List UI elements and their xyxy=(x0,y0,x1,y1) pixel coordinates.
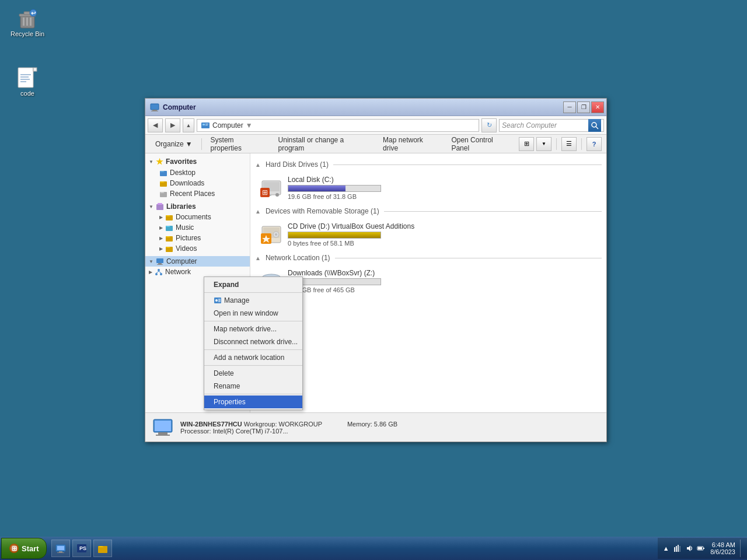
manage-icon xyxy=(214,296,222,304)
tray-network-icon[interactable] xyxy=(673,544,682,553)
svg-rect-79 xyxy=(679,546,680,552)
downloads-folder-icon xyxy=(159,179,167,187)
taskbar-quick-launch: PS xyxy=(47,540,117,557)
svg-point-22 xyxy=(592,123,596,127)
restore-button[interactable]: ❐ xyxy=(577,102,590,113)
hard-disk-section-title: Hard Disk Drives (1) xyxy=(266,160,329,169)
menu-item-map-network[interactable]: Map network drive... xyxy=(204,323,302,335)
map-network-button[interactable]: Map network drive xyxy=(378,137,445,151)
menu-item-expand[interactable]: Expand xyxy=(204,278,302,291)
svg-rect-2 xyxy=(26,18,28,26)
sidebar-item-network[interactable]: ▶ Network xyxy=(145,267,250,277)
svg-point-37 xyxy=(155,273,158,275)
system-tray: ▲ 6:48 AM 8/6/2023 xyxy=(658,538,747,559)
svg-rect-82 xyxy=(698,547,702,550)
recycle-bin-icon[interactable]: ↩ Recycle Bin xyxy=(7,5,48,40)
tray-battery-icon[interactable] xyxy=(696,544,706,553)
sidebar-item-computer[interactable]: ▼ Computer xyxy=(145,256,250,267)
search-field[interactable]: Search Computer xyxy=(499,119,604,132)
menu-item-disconnect-network[interactable]: Disconnect network drive... xyxy=(204,335,302,348)
search-go-button[interactable] xyxy=(588,119,601,132)
sidebar-item-desktop[interactable]: Desktop xyxy=(155,167,250,178)
pictures-icon xyxy=(165,234,173,242)
svg-rect-33 xyxy=(156,258,163,263)
cd-drive-icon xyxy=(260,223,283,246)
favorites-header[interactable]: ▼ ★ Favorites xyxy=(145,156,250,167)
libraries-icon xyxy=(156,202,164,211)
sidebar-item-recent[interactable]: Recent Places xyxy=(155,188,250,199)
sidebar-item-music[interactable]: ▶ Music xyxy=(155,222,250,233)
back-button[interactable]: ◀ xyxy=(148,118,163,132)
window-title-icon xyxy=(150,103,159,112)
menu-separator-2 xyxy=(204,321,302,321)
organize-button[interactable]: Organize ▼ xyxy=(150,137,198,151)
svg-rect-60 xyxy=(156,435,170,436)
sidebar-item-documents[interactable]: ▶ Documents xyxy=(155,212,250,222)
address-dropdown[interactable]: ▼ xyxy=(246,121,253,130)
tray-sound-icon[interactable] xyxy=(685,544,694,553)
system-properties-button[interactable]: System properties xyxy=(205,137,272,151)
menu-separator-1 xyxy=(204,292,302,293)
documents-icon xyxy=(165,213,173,221)
menu-item-properties[interactable]: Properties xyxy=(204,396,302,408)
svg-marker-80 xyxy=(687,545,690,551)
toolbar-separator-3 xyxy=(581,138,582,150)
up-button[interactable]: ▲ xyxy=(183,118,194,132)
cd-drive-progress xyxy=(288,232,381,239)
svg-rect-15 xyxy=(151,104,159,110)
view-dropdown-button[interactable]: ▼ xyxy=(536,137,551,151)
cd-drive-name: CD Drive (D:) VirtualBox Guest Additions xyxy=(288,222,597,230)
menu-item-rename[interactable]: Rename xyxy=(204,380,302,393)
close-button[interactable]: ✕ xyxy=(591,102,604,113)
svg-rect-19 xyxy=(203,124,205,125)
svg-rect-21 xyxy=(205,125,208,125)
status-info: WIN-2BNHES77HCU Workgroup: WORKGROUP Mem… xyxy=(180,421,397,435)
code-file-icon-desktop[interactable]: code xyxy=(7,64,48,99)
view-grid-button[interactable]: ⊞ xyxy=(519,137,534,151)
start-button[interactable]: ⊞ Start xyxy=(1,538,47,559)
address-field[interactable]: Computer ▼ xyxy=(197,119,479,132)
svg-text:⊞: ⊞ xyxy=(262,188,268,197)
show-desktop-icon[interactable] xyxy=(740,540,743,557)
control-panel-button[interactable]: Open Control Panel xyxy=(446,137,518,151)
status-computer-icon xyxy=(152,417,173,438)
tray-arrow-icon[interactable]: ▲ xyxy=(661,544,671,553)
menu-item-open-new-window[interactable]: Open in new window xyxy=(204,307,302,320)
taskbar-explorer-icon[interactable] xyxy=(93,540,112,557)
windows-orb-icon: ⊞ xyxy=(9,543,19,554)
svg-rect-58 xyxy=(155,421,171,431)
address-path: Computer xyxy=(212,121,243,130)
computer-sidebar-icon xyxy=(156,257,164,265)
svg-rect-16 xyxy=(152,110,157,111)
address-icon xyxy=(201,121,210,130)
menu-item-manage[interactable]: Manage xyxy=(204,294,302,307)
svg-rect-28 xyxy=(158,203,162,205)
taskbar-powershell-icon[interactable]: PS xyxy=(72,540,91,557)
code-file-label: code xyxy=(20,90,34,97)
help-button[interactable]: ? xyxy=(587,137,602,151)
sidebar-item-pictures[interactable]: ▶ Pictures xyxy=(155,233,250,243)
svg-rect-17 xyxy=(151,111,158,111)
minimize-button[interactable]: ─ xyxy=(563,102,576,113)
view-details-button[interactable]: ☰ xyxy=(561,137,577,151)
local-disk-icon: ⊞ xyxy=(260,176,283,200)
cd-drive-d-item[interactable]: CD Drive (D:) VirtualBox Guest Additions… xyxy=(255,220,602,249)
local-disk-name: Local Disk (C:) xyxy=(288,176,597,184)
sidebar-item-videos[interactable]: ▶ Videos xyxy=(155,243,250,254)
network-drive-z-item[interactable]: Downloads (\\WBoxSvr) (Z:) 63.2 GB free … xyxy=(255,267,602,296)
forward-button[interactable]: ▶ xyxy=(165,118,180,132)
sidebar-item-downloads[interactable]: Downloads xyxy=(155,178,250,188)
uninstall-button[interactable]: Uninstall or change a program xyxy=(273,137,377,151)
svg-rect-77 xyxy=(676,546,677,552)
svg-rect-78 xyxy=(678,545,679,552)
taskbar-network-icon[interactable] xyxy=(51,540,70,557)
svg-rect-72 xyxy=(57,552,64,553)
menu-item-delete[interactable]: Delete xyxy=(204,367,302,380)
refresh-button[interactable]: ↻ xyxy=(481,118,497,132)
libraries-header[interactable]: ▼ Libraries xyxy=(145,201,250,212)
svg-rect-70 xyxy=(57,546,64,550)
menu-item-add-network[interactable]: Add a network location xyxy=(204,351,302,364)
libraries-items: ▶ Documents ▶ Music ▶ xyxy=(145,212,250,254)
toolbar: Organize ▼ System properties Uninstall o… xyxy=(145,135,606,153)
local-disk-c-item[interactable]: ⊞ Local Disk (C:) 19.6 GB free of 31.8 G… xyxy=(255,173,602,202)
